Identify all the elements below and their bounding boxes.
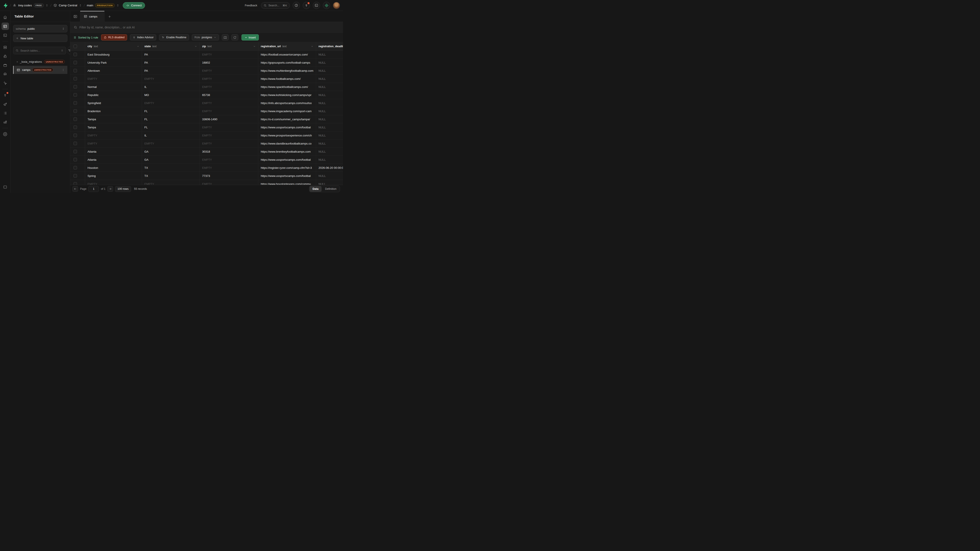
row-checkbox[interactable] [73,101,77,105]
page-input[interactable] [88,186,99,192]
cell-registration_url[interactable]: https://www.muhlenbergfootballcamp.com [258,67,316,75]
cell-state[interactable]: IL [142,83,200,91]
org-crumb[interactable]: trey.codes FREE [13,3,48,8]
cell-zip[interactable]: EMPTY [200,140,258,148]
cell-registration_deadline[interactable]: NULL [316,83,343,91]
collapse-rail-button[interactable] [2,183,9,191]
cell-zip[interactable]: EMPTY [200,123,258,131]
row-checkbox[interactable] [73,125,77,129]
double-chevron-down-icon[interactable] [60,49,64,52]
cell-state[interactable]: TX [142,172,200,180]
cell-registration_url[interactable]: https://www.imgacademy.com/sport-cam [258,107,316,115]
cell-registration_url[interactable]: https://www.prosportsexperience.com/ch [258,132,316,139]
row-checkbox[interactable] [73,110,77,113]
collapse-panel-button[interactable] [72,13,79,20]
cell-state[interactable]: PA [142,59,200,67]
cell-zip[interactable]: EMPTY [200,156,258,164]
cell-registration_url[interactable]: https://www.footballcamps.com/ [258,75,316,83]
cell-state[interactable]: IL [142,132,200,139]
cell-city[interactable]: Normal [85,83,142,91]
cell-state[interactable]: EMPTY [142,99,200,107]
row-checkbox[interactable] [73,77,77,81]
insert-button[interactable]: Insert [242,34,259,40]
cell-city[interactable]: University Park [85,59,142,67]
new-table-button[interactable]: New table [13,35,67,42]
cell-city[interactable]: East Stroudsburg [85,51,142,59]
api-docs-button[interactable] [222,34,229,40]
cell-zip[interactable]: EMPTY [200,83,258,91]
cell-registration_url[interactable]: https://www.ussportscamps.com/footbal [258,172,316,180]
cell-state[interactable]: EMPTY [142,140,200,148]
search-tables-input[interactable] [20,49,59,52]
cell-city[interactable]: Bradenton [85,107,142,115]
cell-registration_deadline[interactable]: NULL [316,91,343,99]
cell-zip[interactable]: 33606-1490 [200,115,258,123]
select-all-checkbox[interactable] [73,44,77,48]
cell-state[interactable]: FL [142,107,200,115]
cell-registration_url[interactable]: https://gopsusports.com/football-camps [258,59,316,67]
cell-registration_url[interactable]: https://register.ryzer.com/camp.cfm?id=3 [258,164,316,171]
refresh-button[interactable] [231,34,238,40]
cell-state[interactable]: EMPTY [142,75,200,83]
chevron-down-icon[interactable] [194,45,197,48]
branch-switcher-icon[interactable] [116,4,119,7]
prev-page-button[interactable] [72,186,78,192]
row-checkbox[interactable] [73,142,77,145]
nav-home[interactable] [2,14,9,21]
cell-state[interactable]: FL [142,123,200,131]
row-checkbox[interactable] [73,174,77,178]
project-switcher-icon[interactable] [79,4,82,7]
cell-zip[interactable]: EMPTY [200,164,258,171]
cell-registration_deadline[interactable]: NULL [316,156,343,164]
cell-state[interactable]: GA [142,148,200,156]
cell-registration_deadline[interactable]: NULL [316,148,343,156]
enable-realtime-button[interactable]: Enable Realtime [159,34,189,40]
cell-registration_deadline[interactable]: NULL [316,140,343,148]
cell-zip[interactable]: 65738 [200,91,258,99]
cell-city[interactable]: EMPTY [85,75,142,83]
view-data-tab[interactable]: Data [310,186,321,192]
search-tables-field[interactable] [13,47,66,54]
cell-registration_url[interactable]: https://www.kohlskicking.com/camps/spr [258,91,316,99]
chevron-down-icon[interactable] [253,45,256,48]
cell-registration_deadline[interactable]: NULL [316,67,343,75]
rows-per-page-button[interactable]: 100 rows [115,186,131,192]
cli-button[interactable] [313,2,320,9]
column-header-registration_url[interactable]: registration_urltext [258,42,316,50]
tab-camps[interactable]: camps [80,11,105,22]
cell-registration_url[interactable]: https://www.davidbraunfootballcamps.co [258,140,316,148]
table-list-item-camps[interactable]: campsUNRESTRICTED [13,66,67,74]
filter-input[interactable] [80,25,339,29]
ai-assistant-button[interactable] [323,2,330,9]
nav-integrations[interactable] [2,118,9,126]
column-header-zip[interactable]: ziptext [200,42,258,50]
cell-city[interactable]: Tampa [85,123,142,131]
chevron-down-icon[interactable] [311,45,313,48]
row-checkbox[interactable] [73,158,77,161]
row-checkbox[interactable] [73,133,77,137]
row-checkbox[interactable] [73,118,77,121]
cell-registration_url[interactable]: https://www.ussportscamps.com/footbal [258,156,316,164]
row-checkbox[interactable] [73,93,77,97]
cell-zip[interactable]: 77373 [200,172,258,180]
sort-rules-button[interactable]: Sorted by 1 rule [73,36,98,39]
column-header-state[interactable]: statetext [142,42,200,50]
nav-auth[interactable] [2,52,9,60]
cell-registration_url[interactable]: https://www.brentkeyfootballcamps.com [258,148,316,156]
chevron-down-icon[interactable] [137,45,139,48]
cell-state[interactable]: PA [142,51,200,59]
cell-state[interactable]: TX [142,164,200,171]
nav-logs[interactable] [2,110,9,117]
cell-registration_url[interactable]: https://info.abcsportscamps.com/msufoo [258,99,316,107]
cell-zip[interactable]: 30318 [200,148,258,156]
cell-city[interactable]: EMPTY [85,132,142,139]
cell-state[interactable]: MO [142,91,200,99]
global-search[interactable]: Search... ⌘K [261,2,290,9]
branch-crumb[interactable]: main PRODUCTION [87,3,119,8]
kebab-menu-icon[interactable] [62,68,65,71]
table-list-item-_loxia_migrations[interactable]: _loxia_migrationsUNRESTRICTED [13,58,67,66]
cell-registration_url[interactable]: https://o-d.com/summer_camps/tampa/ [258,115,316,123]
supabase-logo-icon[interactable] [3,3,8,8]
cell-registration_deadline[interactable]: NULL [316,107,343,115]
schema-select[interactable]: schema public [13,25,67,32]
